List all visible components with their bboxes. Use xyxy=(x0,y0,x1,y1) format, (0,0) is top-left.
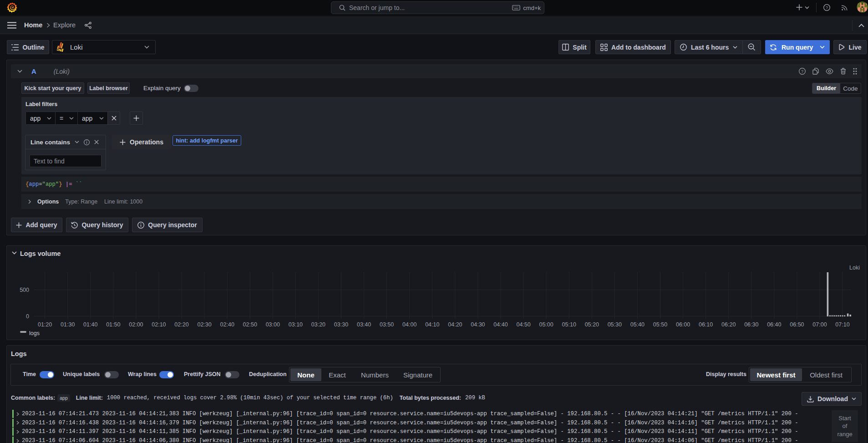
svg-text:02:50: 02:50 xyxy=(243,321,257,328)
svg-text:03:10: 03:10 xyxy=(289,321,303,328)
svg-text:05:10: 05:10 xyxy=(562,321,576,328)
svg-text:05:30: 05:30 xyxy=(608,321,622,328)
svg-text:04:30: 04:30 xyxy=(471,321,485,328)
svg-text:03:00: 03:00 xyxy=(266,321,280,328)
svg-text:02:10: 02:10 xyxy=(152,321,166,328)
svg-text:04:40: 04:40 xyxy=(493,321,508,328)
svg-text:?: ? xyxy=(801,69,803,74)
svg-text:02:30: 02:30 xyxy=(197,321,211,328)
svg-text:02:20: 02:20 xyxy=(174,321,188,328)
svg-text:06:50: 06:50 xyxy=(790,321,804,328)
svg-text:03:20: 03:20 xyxy=(311,321,325,328)
svg-text:06:30: 06:30 xyxy=(744,321,758,328)
svg-text:Loki: Loki xyxy=(849,265,860,271)
svg-text:0: 0 xyxy=(26,313,29,320)
svg-text:06:10: 06:10 xyxy=(699,321,713,328)
svg-text:01:20: 01:20 xyxy=(38,321,52,328)
svg-text:02:00: 02:00 xyxy=(129,321,143,328)
svg-text:06:40: 06:40 xyxy=(767,321,781,328)
svg-text:04:00: 04:00 xyxy=(402,321,416,328)
svg-text:05:00: 05:00 xyxy=(539,321,553,328)
svg-text:07:00: 07:00 xyxy=(812,321,827,328)
svg-text:03:30: 03:30 xyxy=(334,321,348,328)
svg-text:500: 500 xyxy=(20,287,29,293)
svg-text:05:50: 05:50 xyxy=(653,321,667,328)
svg-text:logs: logs xyxy=(29,330,40,336)
svg-text:04:20: 04:20 xyxy=(448,321,462,328)
svg-text:03:40: 03:40 xyxy=(357,321,371,328)
svg-text:?: ? xyxy=(826,5,828,10)
svg-text:01:50: 01:50 xyxy=(106,321,120,328)
svg-text:04:50: 04:50 xyxy=(516,321,530,328)
svg-text:01:30: 01:30 xyxy=(61,321,75,328)
svg-text:01:40: 01:40 xyxy=(83,321,97,328)
svg-text:04:10: 04:10 xyxy=(425,321,439,328)
svg-text:05:40: 05:40 xyxy=(630,321,645,328)
svg-text:05:20: 05:20 xyxy=(585,321,599,328)
svg-text:07:10: 07:10 xyxy=(835,321,849,328)
svg-text:03:50: 03:50 xyxy=(380,321,394,328)
svg-text:06:20: 06:20 xyxy=(721,321,736,328)
svg-text:02:40: 02:40 xyxy=(220,321,234,328)
svg-text:06:00: 06:00 xyxy=(676,321,690,328)
